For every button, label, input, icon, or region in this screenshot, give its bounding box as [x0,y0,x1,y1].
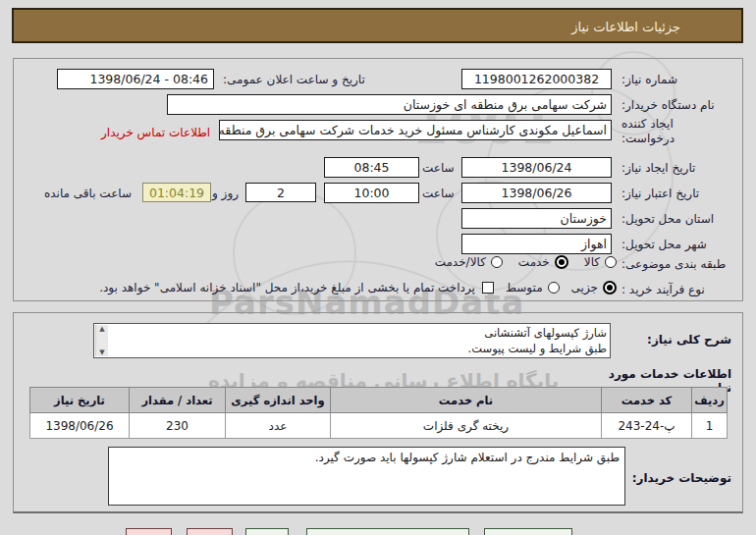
need-number-field[interactable]: 1198001262000382 [461,69,612,89]
need-number-label: شماره نیاز: [621,73,736,87]
cell-row-number: 1 [692,413,728,439]
cell-service-name: ریخته گری فلزات [331,413,602,439]
need-description-textarea[interactable]: ▲ ▼ شارژ کپسولهای آتشنشانی طبق شرایط و ل… [93,323,611,358]
bottom-button-1[interactable] [126,528,172,535]
treasury-checkbox-label: پرداخت تمام یا بخشی از مبلغ خرید،از محل … [99,281,475,294]
announce-datetime-label: تاریخ و ساعت اعلان عمومی: [223,73,376,87]
textarea-scrollbar[interactable]: ▲ ▼ [95,325,108,356]
category-option-label: خدمت [518,255,550,269]
need-description-line2: طبق شرایط و لیست پیوست. [468,341,607,356]
category-options: کالا خدمت کالا/خدمت [412,254,617,270]
page: 1001 ParsNamadData اطلاعات پارس نماد داد… [0,0,756,535]
process-radio-minor[interactable] [603,281,617,294]
category-radio-goods[interactable] [605,256,617,268]
process-radio-medium[interactable] [548,282,560,294]
buyer-notes-box[interactable]: طبق شرایط مندرج در استعلام شارژ کپسولها … [108,447,625,506]
remaining-days-field: 2 [245,183,316,202]
bottom-button-4[interactable] [306,528,469,535]
buyer-notes-label: توضیحات خریدار: [628,471,731,485]
scroll-down-icon[interactable]: ▼ [99,348,104,356]
province-label: استان محل تحویل: [621,212,736,227]
category-label: طبقه بندی موضوعی: [621,257,736,272]
col-header-need-date: تاریخ نیاز [30,388,130,413]
col-header-unit: واحد اندازه گیری [226,388,331,413]
creation-date-field[interactable]: 1398/06/24 [461,157,612,178]
expiry-date-field[interactable]: 1398/06/26 [461,183,612,203]
treasury-checkbox[interactable] [482,282,494,294]
bottom-button-3[interactable] [245,528,289,535]
creation-time-field[interactable]: 08:45 [324,157,419,178]
expiry-time-field[interactable]: 10:00 [324,183,419,203]
province-field[interactable]: خوزستان [461,208,612,229]
city-field[interactable]: اهواز [461,234,612,254]
expiry-time-label: ساعت [422,187,458,201]
city-label: شهر محل تحویل: [621,238,736,252]
bottom-button-5[interactable] [484,528,572,535]
buyer-org-field[interactable]: شرکت سهامی برق منطقه ای خوزستان [167,94,612,115]
remaining-days-suffix: روز و [212,187,243,201]
title-bar: جزئیات اطلاعات نیاز [12,8,743,43]
process-type-options: جزیی متوسط پرداخت تمام یا بخشی از مبلغ خ… [49,280,617,295]
scroll-up-icon[interactable]: ▲ [99,325,104,333]
bottom-button-2[interactable] [187,528,233,535]
category-option-label: کالا [584,255,600,269]
need-description-label: شرح کلی نیاز: [628,333,731,347]
creator-field[interactable]: اسماعیل مکوندی کارشناس مسئول خرید خدمات … [219,120,612,140]
services-table-header-row: ردیف کد خدمت نام خدمت واحد اندازه گیری ت… [30,388,728,413]
category-radio-goods-service[interactable] [491,256,503,268]
remaining-time-counter: 01:04:19 [142,183,211,202]
cell-quantity: 230 [130,413,226,439]
creation-time-label: ساعت [422,161,458,176]
process-type-label: نوع فرآیند خرید : [621,283,736,297]
expiry-date-label: تاریخ اعتبار نیاز: [621,187,736,201]
buyer-org-label: نام دستگاه خریدار: [621,98,736,113]
category-radio-service[interactable] [555,255,568,269]
cell-need-date: 1398/06/26 [30,413,130,439]
col-header-row-number: ردیف [692,388,728,413]
services-table: ردیف کد خدمت نام خدمت واحد اندازه گیری ت… [29,387,728,439]
cell-unit: عدد [226,413,331,439]
creation-date-label: تاریخ ایجاد نیاز: [621,161,736,176]
buyer-contact-link[interactable]: اطلاعات تماس خریدار [101,126,210,139]
page-title: جزئیات اطلاعات نیاز [571,20,680,34]
creator-label: ایجاد کننده درخواست: [621,117,698,146]
process-option-label: جزیی [571,281,598,294]
cell-service-code: پ-24-243 [602,413,692,439]
col-header-service-name: نام خدمت [331,388,602,413]
announce-datetime-field[interactable]: 1398/06/24 - 08:46 [57,69,214,89]
col-header-service-code: کد خدمت [602,388,692,413]
services-table-row: 1 پ-24-243 ریخته گری فلزات عدد 230 1398/… [30,413,728,439]
category-option-label: کالا/خدمت [435,255,486,269]
need-description-line1: شارژ کپسولهای آتشنشانی [468,325,607,341]
remaining-label: ساعت باقی مانده [44,187,140,201]
col-header-quantity: تعداد / مقدار [130,388,226,413]
process-option-label: متوسط [506,281,543,294]
